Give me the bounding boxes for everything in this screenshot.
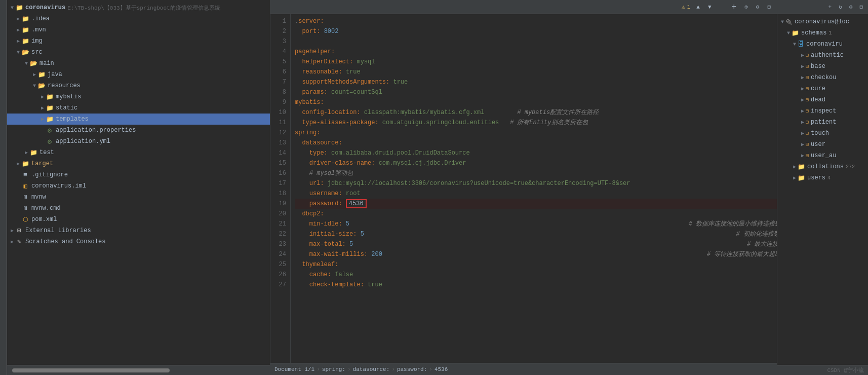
db-table-dead[interactable]: ▶ ⊞ dead — [777, 94, 868, 105]
tree-item-main[interactable]: ▼ 📂 main — [7, 58, 270, 69]
db-corona-label: coronaviru — [806, 41, 843, 48]
app-yml-file-icon: ⚙ — [46, 137, 54, 145]
code-line-5: helperDialect: mysql — [295, 57, 777, 67]
db-layout-btn[interactable]: ⊟ — [857, 3, 865, 11]
tree-item-img[interactable]: ▶ 📁 img — [7, 35, 270, 47]
tree-item-static[interactable]: ▶ 📁 static — [7, 102, 270, 114]
tree-item-mvnw[interactable]: ▶ m mvnw — [7, 192, 270, 203]
db-refresh-btn[interactable]: ↻ — [837, 3, 844, 11]
db-table-user[interactable]: ▶ ⊞ user — [777, 139, 868, 150]
db-connection[interactable]: ▼ 🔌 coronavirus@loc — [777, 16, 868, 27]
ext-libs-icon: ⊞ — [15, 227, 23, 235]
tree-item-app-yml[interactable]: ▶ ⚙ application.yml — [7, 136, 270, 147]
db-add-btn[interactable]: + — [826, 3, 834, 11]
toolbar-bookmark-btn[interactable]: ⊕ — [742, 3, 750, 11]
arr-patient: ▶ — [800, 119, 806, 125]
arrow-target: ▶ — [15, 161, 21, 167]
scrollbar-thumb[interactable] — [12, 368, 170, 372]
arr-checkout: ▶ — [800, 74, 806, 81]
toolbar-expand-btn[interactable]: ▲ — [694, 3, 702, 11]
tree-item-mvnw-cmd[interactable]: ▶ m mvnw.cmd — [7, 203, 270, 214]
tree-item-idea[interactable]: ▶ 📁 .idea — [7, 13, 270, 24]
breadcrumb-spring[interactable]: spring: — [322, 366, 345, 372]
db-collations[interactable]: ▶ 📁 collations 272 — [777, 161, 868, 172]
db-table-inspect[interactable]: ▶ ⊞ inspect — [777, 105, 868, 117]
editor-panel: ⚠ 1 ▲ ▼ + ⊕ ⚙ ⊟ 1 2 3 4 5 6 7 8 9 10 11 … — [270, 0, 777, 375]
code-val-cache: false — [335, 271, 353, 278]
db-table-base[interactable]: ▶ ⊞ base — [777, 61, 868, 72]
line-num-1: 1 — [270, 16, 286, 26]
tree-item-mybatis[interactable]: ▶ 📁 mybatis — [7, 91, 270, 102]
app-props-label: application.properties — [56, 127, 136, 134]
horizontal-scrollbar[interactable] — [7, 368, 270, 372]
db-table-patient[interactable]: ▶ ⊞ patient — [777, 117, 868, 128]
code-comment-initialsize: # 初始化连接数 — [736, 231, 777, 238]
tree-root[interactable]: ▼ 📁 coronavirus E:\TB-shop\【033】基于spring… — [7, 2, 270, 13]
tree-item-iml[interactable]: ▶ ◧ coronavirus.iml — [7, 180, 270, 192]
code-content[interactable]: .server: port: 8002 pagehelper: helperDi… — [291, 14, 777, 363]
code-comment-10: # mybatis配置文件所在路径 — [517, 109, 599, 116]
code-area[interactable]: 1 2 3 4 5 6 7 8 9 10 11 12 13 14 15 16 1… — [270, 14, 777, 363]
iml-file-icon: ◧ — [21, 182, 29, 190]
tree-item-test[interactable]: ▶ 📁 test — [7, 147, 270, 158]
warning-icon: ⚠ — [682, 4, 685, 10]
tree-item-app-properties[interactable]: ▶ ⚙ application.properties — [7, 125, 270, 136]
db-table-touch[interactable]: ▶ ⊞ touch — [777, 128, 868, 139]
gitignore-label: .gitignore — [31, 171, 68, 178]
code-line-17: url: jdbc:mysql://localhost:3306/coronav… — [295, 178, 777, 189]
code-key-port: port: — [302, 28, 320, 35]
file-tree[interactable]: ▼ 📁 coronavirus E:\TB-shop\【033】基于spring… — [7, 0, 270, 365]
code-key-maxtotal: max-total: — [309, 241, 346, 248]
tree-item-external-libs[interactable]: ▶ ⊞ External Libraries — [7, 225, 270, 236]
left-scrollbar-area[interactable] — [7, 365, 270, 375]
tree-item-gitignore[interactable]: ▶ ≡ .gitignore — [7, 169, 270, 180]
tree-item-target[interactable]: ▶ 📁 target — [7, 158, 270, 169]
db-conn-arrow: ▼ — [779, 19, 785, 25]
tree-item-pom[interactable]: ▶ ⬡ pom.xml — [7, 214, 270, 225]
tbl-inspect-icon: ⊞ — [806, 108, 809, 114]
db-conn-label: coronavirus@loc — [795, 18, 849, 25]
db-corona-icon: 🗄 — [798, 41, 804, 48]
tree-item-src[interactable]: ▼ 📂 src — [7, 47, 270, 58]
db-table-user-au[interactable]: ▶ ⊞ user_au — [777, 150, 868, 161]
users-icon: 📁 — [798, 174, 805, 182]
pom-file-icon: ⬡ — [21, 215, 29, 223]
breadcrumb-password[interactable]: password: — [397, 366, 427, 372]
arrow-templates: ▶ — [40, 116, 46, 122]
code-line-14: type: com.alibaba.druid.pool.DruidDataSo… — [295, 148, 777, 158]
db-table-authentic[interactable]: ▶ ⊞ authentic — [777, 50, 868, 61]
code-key-datasource: datasource: — [302, 139, 342, 146]
code-val-true1: true — [346, 68, 361, 76]
arrow-scratches: ▶ — [9, 239, 15, 245]
arrow-root: ▼ — [9, 5, 15, 11]
toolbar-layout-btn[interactable]: ⊟ — [765, 3, 773, 11]
toolbar-collapse-btn[interactable]: ▼ — [706, 3, 714, 11]
db-table-checkout[interactable]: ▶ ⊞ checkou — [777, 72, 868, 83]
code-line-7: supportMethodsArguments: true — [295, 77, 777, 87]
tree-item-mvn[interactable]: ▶ 📁 .mvn — [7, 24, 270, 35]
code-key-type: type: — [309, 149, 328, 157]
code-line-9: mybatis: — [295, 97, 777, 107]
toolbar-add-btn[interactable]: + — [730, 2, 739, 13]
toolbar-settings-btn[interactable]: ⚙ — [754, 3, 762, 11]
tree-item-scratches[interactable]: ▶ ✎ Scratches and Consoles — [7, 236, 270, 247]
db-table-cure[interactable]: ▶ ⊞ cure — [777, 83, 868, 94]
tbl-authentic-icon: ⊞ — [806, 52, 809, 58]
db-tree[interactable]: ▼ 🔌 coronavirus@loc ▼ 📁 schemas 1 ▼ 🗄 co… — [777, 14, 868, 365]
breadcrumb-datasource[interactable]: datasource: — [353, 366, 390, 372]
db-settings-btn[interactable]: ⚙ — [847, 3, 855, 11]
db-users[interactable]: ▶ 📁 users 4 — [777, 172, 868, 183]
tree-item-resources[interactable]: ▼ 📂 resources — [7, 80, 270, 91]
collations-label: collations — [807, 163, 844, 170]
tree-item-java[interactable]: ▶ 📁 java — [7, 69, 270, 80]
editor-breadcrumb: Document 1/1 › spring: › datasource: › p… — [270, 363, 777, 375]
collations-badge: 272 — [846, 164, 855, 170]
test-folder-icon: 📁 — [29, 148, 37, 157]
db-schemas[interactable]: ▼ 📁 schemas 1 — [777, 27, 868, 39]
arrow-mvn: ▶ — [15, 27, 21, 33]
db-coronavirus-db[interactable]: ▼ 🗄 coronaviru — [777, 39, 868, 50]
resources-label: resources — [48, 82, 81, 89]
tbl-base-label: base — [811, 63, 825, 70]
tree-item-templates[interactable]: ▶ 📁 templates — [7, 114, 270, 125]
code-comment-11: # 所有Entity别名类所在包 — [510, 119, 588, 126]
